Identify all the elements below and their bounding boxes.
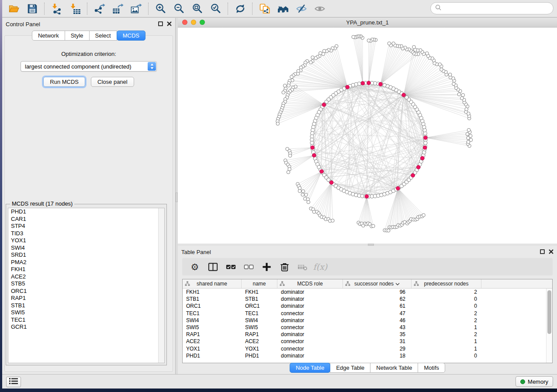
select-all-rows-button[interactable] [223, 260, 238, 274]
table-scrollbar-thumb[interactable] [547, 290, 551, 334]
save-session-button[interactable] [24, 2, 40, 16]
mcds-result-item[interactable]: FKH1 [8, 266, 164, 273]
show-columns-button[interactable] [205, 260, 220, 274]
show-hidden-button[interactable] [312, 2, 328, 16]
tab-style[interactable]: Style [65, 31, 90, 41]
mcds-result-item[interactable]: TID3 [8, 230, 164, 237]
column-header-successor-nodes[interactable]: successor nodes [343, 279, 412, 288]
network-node[interactable] [311, 56, 315, 59]
export-image-button[interactable] [128, 2, 144, 16]
table-scrollbar[interactable] [546, 289, 552, 363]
dominator-node[interactable] [396, 186, 400, 190]
zoom-out-button[interactable] [171, 2, 187, 16]
network-node[interactable] [469, 134, 472, 138]
dominator-node[interactable] [346, 85, 349, 89]
network-node[interactable] [304, 193, 308, 196]
network-node[interactable] [412, 45, 416, 49]
network-node[interactable] [283, 84, 287, 87]
network-node[interactable] [457, 93, 461, 96]
import-network-button[interactable] [49, 2, 65, 16]
global-search[interactable] [430, 2, 554, 14]
mcds-result-item[interactable]: TEC1 [8, 316, 164, 324]
network-node[interactable] [288, 154, 292, 158]
mcds-result-item[interactable]: GCR1 [8, 323, 164, 331]
network-node[interactable] [467, 128, 471, 132]
dominator-node[interactable] [320, 169, 324, 173]
criterion-dropdown[interactable]: largest connected component (undirected) [21, 61, 157, 72]
table-row[interactable]: PHD1PHD1dominator180 [183, 352, 552, 359]
dominator-node[interactable] [421, 156, 425, 160]
network-node[interactable] [448, 73, 452, 76]
tab-mcds[interactable]: MCDS [117, 31, 145, 41]
table-row[interactable]: FKH1FKH1dominator962 [183, 289, 552, 296]
memory-button[interactable]: Memory [515, 376, 553, 387]
dominator-node[interactable] [367, 81, 371, 85]
mcds-list-scrollbar[interactable] [158, 208, 164, 363]
network-node[interactable] [307, 200, 310, 204]
mcds-result-item[interactable]: STP4 [8, 223, 164, 230]
network-node[interactable] [290, 75, 294, 79]
mcds-result-item[interactable]: SWI5 [8, 309, 164, 316]
table-row[interactable]: YOX1YOX1connector291 [183, 345, 552, 352]
tab-network-table[interactable]: Network Table [370, 363, 418, 373]
mcds-result-item[interactable]: CAR1 [8, 216, 164, 223]
column-header-mcds-role[interactable]: MCDS role [277, 279, 343, 288]
delete-table-button[interactable] [295, 260, 310, 274]
network-node[interactable] [387, 229, 390, 232]
network-node[interactable] [461, 93, 465, 97]
network-node[interactable] [438, 63, 442, 66]
mcds-result-item[interactable]: RAP1 [8, 295, 164, 302]
mcds-result-item[interactable]: ORC1 [8, 288, 164, 295]
mcds-result-item[interactable]: SRD1 [8, 251, 164, 259]
create-column-button[interactable] [259, 260, 274, 274]
network-node[interactable] [301, 193, 304, 196]
network-node[interactable] [309, 61, 313, 64]
network-node[interactable] [276, 122, 280, 125]
dominator-node[interactable] [312, 154, 316, 158]
zoom-in-button[interactable] [153, 2, 169, 16]
minimize-window-icon[interactable] [191, 20, 196, 25]
network-node[interactable] [287, 84, 291, 87]
dominator-node[interactable] [402, 93, 406, 97]
run-mcds-button[interactable]: Run MCDS [43, 77, 85, 87]
tab-node-table[interactable]: Node Table [290, 363, 331, 373]
close-panel-button[interactable]: Close panel [91, 77, 134, 87]
network-node[interactable] [424, 141, 427, 144]
dominator-node[interactable] [379, 83, 383, 86]
dominator-node[interactable] [416, 165, 420, 169]
mcds-result-item[interactable]: PMA2 [8, 259, 164, 266]
mcds-result-item[interactable]: SWI4 [8, 244, 164, 252]
dominator-node[interactable] [329, 181, 333, 185]
network-canvas[interactable] [178, 27, 557, 244]
deselect-all-rows-button[interactable] [241, 260, 256, 274]
network-node[interactable] [282, 91, 285, 94]
export-network-button[interactable] [92, 2, 107, 16]
float-panel-icon[interactable] [158, 21, 163, 26]
tab-motifs[interactable]: Motifs [418, 363, 445, 373]
dominator-node[interactable] [423, 146, 427, 150]
table-row[interactable]: STB1STB1dominator620 [183, 296, 552, 303]
mcds-result-item[interactable]: STB1 [8, 302, 164, 309]
table-row[interactable]: SWI4SWI4dominator462 [183, 317, 552, 324]
dominator-node[interactable] [311, 146, 315, 150]
maximize-window-icon[interactable] [200, 20, 205, 25]
network-node[interactable] [298, 189, 301, 193]
hide-selected-button[interactable] [294, 2, 309, 16]
network-window-titlebar[interactable]: YPA_prune.txt_1 [178, 18, 557, 28]
float-panel-icon[interactable] [540, 249, 545, 254]
table-row[interactable]: ACE2ACE2connector311 [183, 338, 552, 345]
network-node[interactable] [301, 189, 305, 193]
table-row[interactable]: SWI5SWI5connector431 [183, 324, 552, 331]
delete-columns-button[interactable] [277, 260, 292, 274]
network-node[interactable] [367, 39, 370, 42]
network-node[interactable] [352, 35, 355, 39]
export-table-button[interactable] [110, 2, 126, 16]
task-history-button[interactable] [6, 377, 21, 387]
column-header-name[interactable]: name [242, 279, 277, 288]
dominator-node[interactable] [365, 195, 369, 199]
dominator-node[interactable] [411, 174, 415, 178]
close-panel-icon[interactable] [167, 21, 172, 26]
import-table-button[interactable] [67, 2, 83, 16]
table-mode-button[interactable]: ⚙ [187, 260, 202, 274]
open-file-button[interactable] [6, 2, 22, 16]
